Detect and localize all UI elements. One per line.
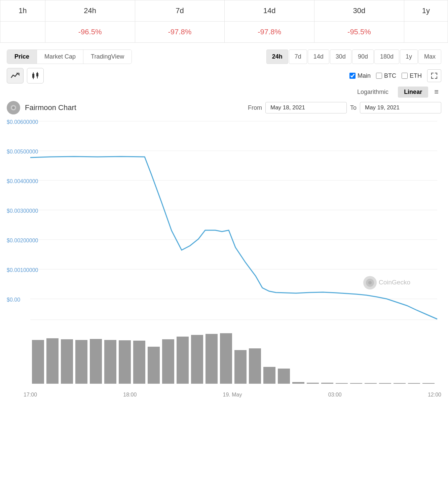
period-header: 30d: [314, 0, 404, 22]
eth-checkbox[interactable]: [402, 73, 408, 79]
svg-text:$0.00400000: $0.00400000: [7, 178, 38, 184]
date-range-group: From To: [248, 102, 441, 113]
svg-rect-30: [32, 340, 44, 384]
from-date-input[interactable]: [265, 102, 347, 113]
svg-rect-39: [162, 339, 174, 384]
svg-rect-33: [75, 340, 87, 384]
expand-button[interactable]: [427, 69, 441, 82]
svg-point-28: [368, 281, 372, 284]
svg-rect-46: [263, 367, 275, 384]
svg-rect-47: [278, 369, 290, 384]
x-label-18: 18:00: [123, 392, 137, 398]
svg-rect-53: [365, 383, 377, 384]
svg-rect-49: [307, 383, 319, 384]
chart-header: Fairmoon Chart From To: [0, 98, 448, 114]
volume-chart-area: [7, 330, 441, 390]
time-range-btn-24h[interactable]: 24h: [266, 49, 288, 64]
linear-btn[interactable]: Linear: [398, 87, 428, 98]
period-header: 1y: [404, 0, 448, 22]
time-range-btn-1y[interactable]: 1y: [400, 49, 418, 64]
svg-rect-40: [177, 337, 189, 384]
svg-rect-43: [220, 333, 232, 384]
svg-rect-32: [61, 339, 73, 384]
chart-title: Fairmoon Chart: [25, 103, 76, 112]
period-header: 14d: [225, 0, 314, 22]
svg-rect-56: [408, 383, 420, 384]
btc-checkbox[interactable]: [376, 73, 382, 79]
svg-rect-36: [119, 340, 131, 384]
svg-rect-44: [234, 350, 247, 384]
price-chart-area: $0.00600000 $0.00500000 $0.00400000 $0.0…: [7, 118, 441, 326]
period-header: 1h: [0, 0, 45, 22]
svg-rect-2: [32, 74, 34, 78]
time-range-btn-14d[interactable]: 14d: [308, 49, 329, 64]
svg-rect-55: [394, 383, 406, 384]
svg-rect-35: [104, 340, 116, 384]
x-label-17: 17:00: [24, 392, 37, 398]
period-table: 1h24h7d14d30d1y -96.5%-97.8%-97.8%-95.5%: [0, 0, 448, 43]
time-range-btn-30d[interactable]: 30d: [330, 49, 351, 64]
eth-checkbox-label[interactable]: ETH: [402, 72, 422, 79]
time-range-group: 24h7d14d30d90d180d1yMax: [266, 49, 441, 64]
candlestick-chart-btn[interactable]: [27, 68, 44, 83]
svg-rect-48: [292, 382, 304, 384]
svg-text:CoinGecko: CoinGecko: [379, 279, 410, 286]
time-range-btn-180d[interactable]: 180d: [374, 49, 399, 64]
period-value: -97.8%: [225, 22, 314, 43]
icon-bar: Main BTC ETH: [0, 64, 448, 83]
scale-row: Logarithmic Linear ≡: [0, 83, 448, 98]
menu-btn[interactable]: ≡: [432, 86, 441, 98]
logarithmic-btn[interactable]: Logarithmic: [351, 87, 395, 98]
svg-rect-42: [206, 334, 218, 384]
to-date-input[interactable]: [360, 102, 441, 113]
svg-rect-31: [46, 338, 59, 384]
x-label-03: 03:00: [328, 392, 342, 398]
chart-type-tab-tradingview[interactable]: TradingView: [83, 50, 132, 64]
svg-rect-57: [422, 383, 435, 384]
svg-rect-41: [191, 335, 203, 384]
main-label: Main: [358, 72, 371, 79]
btc-label: BTC: [384, 72, 396, 79]
chart-type-tab-price[interactable]: Price: [7, 50, 37, 64]
svg-rect-54: [379, 383, 391, 384]
period-value: -95.5%: [314, 22, 404, 43]
controls-bar: PriceMarket CapTradingView 24h7d14d30d90…: [0, 43, 448, 64]
chart-type-tabs: PriceMarket CapTradingView: [7, 49, 132, 64]
period-value: [0, 22, 45, 43]
svg-rect-5: [36, 73, 38, 76]
svg-rect-50: [321, 383, 333, 384]
svg-text:$0.00600000: $0.00600000: [7, 119, 38, 125]
time-range-btn-7d[interactable]: 7d: [289, 49, 307, 64]
line-chart-btn[interactable]: [7, 68, 24, 83]
period-value: -97.8%: [135, 22, 225, 43]
x-label-12: 12:00: [428, 392, 441, 398]
period-value: [404, 22, 448, 43]
svg-rect-52: [350, 383, 362, 384]
coin-icon: [7, 101, 20, 114]
svg-rect-34: [90, 339, 102, 384]
svg-text:$0.00200000: $0.00200000: [7, 238, 38, 243]
main-checkbox-label[interactable]: Main: [349, 72, 371, 79]
x-axis-labels: 17:00 18:00 19. May 03:00 12:00: [0, 390, 448, 398]
volume-chart-svg: [7, 330, 441, 390]
period-value: -96.5%: [45, 22, 135, 43]
svg-rect-51: [336, 383, 348, 384]
svg-rect-38: [148, 347, 160, 384]
chart-type-tab-marketcap[interactable]: Market Cap: [37, 50, 83, 64]
eth-label: ETH: [410, 72, 422, 79]
period-header: 7d: [135, 0, 225, 22]
time-range-btn-max[interactable]: Max: [418, 49, 441, 64]
svg-text:$0.00300000: $0.00300000: [7, 208, 38, 214]
svg-text:$0.00500000: $0.00500000: [7, 149, 38, 154]
svg-text:$0.00100000: $0.00100000: [7, 267, 38, 273]
btc-checkbox-label[interactable]: BTC: [376, 72, 396, 79]
svg-rect-37: [133, 341, 145, 384]
svg-point-10: [12, 106, 15, 109]
svg-rect-45: [249, 348, 261, 384]
to-label: To: [350, 104, 357, 111]
period-header: 24h: [45, 0, 135, 22]
price-chart-svg: $0.00600000 $0.00500000 $0.00400000 $0.0…: [7, 118, 441, 326]
main-checkbox[interactable]: [349, 73, 356, 79]
from-label: From: [248, 104, 262, 111]
time-range-btn-90d[interactable]: 90d: [352, 49, 374, 64]
